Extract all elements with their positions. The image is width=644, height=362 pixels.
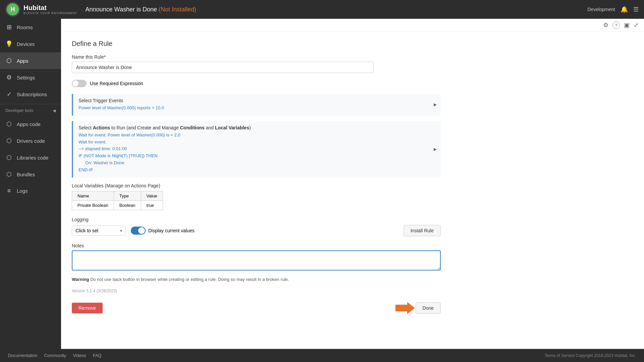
done-button[interactable]: Done xyxy=(416,302,441,314)
sidebar-item-label: Drivers code xyxy=(17,138,45,144)
footer-copyright: Terms of Service Copyright 2018-2023 Hub… xyxy=(545,353,636,358)
footer-link-videos[interactable]: Videos xyxy=(73,353,86,358)
notes-section: Notes xyxy=(72,243,633,272)
sidebar-item-apps-code[interactable]: ⬡ Apps code xyxy=(0,116,61,132)
content-area: ⚙ ? ▣ ⤢ Define a Rule Name this Rule* Us… xyxy=(61,19,644,349)
notes-label: Notes xyxy=(72,243,633,248)
var-col-type: Type xyxy=(114,191,141,200)
name-rule-label: Name this Rule* xyxy=(72,54,633,60)
rooms-icon: ⊞ xyxy=(5,23,13,31)
display-values-row: Display current values xyxy=(131,227,195,235)
logo-title: Hubitat xyxy=(23,4,77,11)
sidebar-item-label: Rooms xyxy=(17,24,33,30)
local-vars-title-text: Local Variables xyxy=(72,183,104,188)
content-toolbar: ⚙ ? ▣ ⤢ xyxy=(61,19,644,32)
gear-icon[interactable]: ⚙ xyxy=(603,21,608,29)
action-line1: Wait for event: Power level of Washer(0.… xyxy=(78,132,435,139)
footer-link-faq[interactable]: FAQ xyxy=(93,353,102,358)
topbar: H Hubitat ELEVATE YOUR ENVIRONMENT Annou… xyxy=(0,0,644,19)
sidebar-item-label: Logs xyxy=(17,188,28,194)
settings-icon: ⚙ xyxy=(5,74,13,81)
action-line4: IF (NOT Mode is Night(T) [TRUE]) THEN xyxy=(78,153,435,160)
env-label: Development xyxy=(588,7,615,12)
local-vars-subtitle-text: (Manage on Actions Page) xyxy=(105,183,160,188)
help-icon[interactable]: ? xyxy=(612,21,620,29)
page-title: Announce Washer is Done (Not Installed) xyxy=(86,6,588,13)
trigger-arrow-icon: ▶ xyxy=(434,102,437,107)
footer-link-community[interactable]: Community xyxy=(44,353,66,358)
sidebar: ⊞ Rooms 💡 Devices ⬡ Apps ⚙ Settings ✓ Su… xyxy=(0,19,61,349)
warning-text: Do not use back button in browser while … xyxy=(90,277,289,282)
sidebar-item-label: Devices xyxy=(17,41,35,47)
logging-section: Logging Click to set Display current val… xyxy=(72,217,633,236)
sidebar-item-devices[interactable]: 💡 Devices xyxy=(0,36,61,52)
actions-bold: Actions xyxy=(93,125,110,130)
warning-row: Warning Do not use back button in browse… xyxy=(72,277,441,282)
sidebar-divider xyxy=(0,104,61,104)
use-required-expression-toggle[interactable] xyxy=(72,80,87,87)
trigger-events-section[interactable]: Select Trigger Events Power level of Was… xyxy=(72,94,441,116)
notes-textarea[interactable] xyxy=(72,250,441,270)
footer-link-documentation[interactable]: Documentation xyxy=(8,353,37,358)
monitor-icon[interactable]: ▣ xyxy=(624,21,630,29)
action-line6: END-IF xyxy=(78,167,435,174)
content-body: Define a Rule Name this Rule* Use Requir… xyxy=(61,32,644,349)
logs-icon: ≡ xyxy=(5,187,13,194)
var-col-name: Name xyxy=(72,191,114,200)
topbar-right: Development 🔔 ☰ xyxy=(588,6,639,13)
logging-select-wrapper: Click to set xyxy=(72,226,125,236)
name-rule-input[interactable] xyxy=(72,62,374,73)
sidebar-item-drivers-code[interactable]: ⬡ Drivers code xyxy=(0,132,61,149)
local-variables-title: Local Variables (Manage on Actions Page) xyxy=(72,183,633,188)
name-rule-group: Name this Rule* xyxy=(72,54,633,73)
bundles-icon: ⬡ xyxy=(5,171,13,178)
install-rule-button[interactable]: Install Rule xyxy=(404,225,441,236)
subscriptions-icon: ✓ xyxy=(5,90,13,98)
local-variables-section: Local Variables (Manage on Actions Page)… xyxy=(72,183,633,210)
apps-icon: ⬡ xyxy=(5,57,13,64)
actions-arrow-icon: ▶ xyxy=(434,147,437,152)
version-text: Version 5.1.4 (3/28/2023) xyxy=(72,289,633,293)
action-line5: On: Washer is Done xyxy=(78,160,435,167)
logging-and-install: Click to set Display current values Inst… xyxy=(72,225,441,236)
sidebar-item-subscriptions[interactable]: ✓ Subscriptions xyxy=(0,86,61,103)
logging-select[interactable]: Click to set xyxy=(72,226,125,236)
dev-tools-label: Developer tools xyxy=(5,108,33,113)
use-required-expression-label: Use Required Expression xyxy=(90,81,143,86)
display-values-toggle[interactable] xyxy=(131,227,146,235)
action-lines: Wait for event: Power level of Washer(0.… xyxy=(78,132,435,174)
bottom-actions: Remove Done xyxy=(72,301,441,315)
dev-tools-toggle-icon[interactable]: ◀ xyxy=(53,108,56,113)
toggle-knob xyxy=(72,80,78,86)
display-values-label: Display current values xyxy=(148,228,195,233)
libraries-code-icon: ⬡ xyxy=(5,154,13,161)
svg-marker-0 xyxy=(395,302,415,314)
sidebar-item-libraries-code[interactable]: ⬡ Libraries code xyxy=(0,149,61,166)
table-row[interactable]: Private Boolean Boolean true xyxy=(72,200,163,210)
done-arrow-icon xyxy=(395,301,416,315)
menu-icon[interactable]: ☰ xyxy=(633,6,639,13)
expand-icon[interactable]: ⤢ xyxy=(634,21,639,29)
sidebar-item-settings[interactable]: ⚙ Settings xyxy=(0,69,61,86)
sidebar-item-logs[interactable]: ≡ Logs xyxy=(0,183,61,199)
logo-text: Hubitat ELEVATE YOUR ENVIRONMENT xyxy=(23,4,77,15)
var-name-cell: Private Boolean xyxy=(72,200,114,210)
sidebar-item-apps[interactable]: ⬡ Apps xyxy=(0,52,61,69)
done-section: Done xyxy=(395,301,441,315)
remove-button[interactable]: Remove xyxy=(72,303,103,313)
actions-title: Select Actions to Run (and Create and Ma… xyxy=(78,125,435,130)
footer-links: Documentation Community Videos FAQ xyxy=(8,353,102,358)
notification-icon[interactable]: 🔔 xyxy=(621,6,628,13)
var-table: Name Type Value Private Boolean Boolean … xyxy=(72,191,163,210)
action-line2: Wait for event: xyxy=(78,139,435,146)
conditions-bold: Conditions xyxy=(180,125,205,130)
actions-section[interactable]: Select Actions to Run (and Create and Ma… xyxy=(72,121,441,178)
local-vars-bold: Local Variables xyxy=(215,125,249,130)
apps-code-icon: ⬡ xyxy=(5,120,13,128)
var-col-value: Value xyxy=(141,191,163,200)
sidebar-item-bundles[interactable]: ⬡ Bundles xyxy=(0,166,61,183)
sidebar-item-rooms[interactable]: ⊞ Rooms xyxy=(0,19,61,36)
var-type-cell: Boolean xyxy=(114,200,141,210)
logo[interactable]: H Hubitat ELEVATE YOUR ENVIRONMENT xyxy=(5,2,77,17)
var-value-cell: true xyxy=(141,200,163,210)
